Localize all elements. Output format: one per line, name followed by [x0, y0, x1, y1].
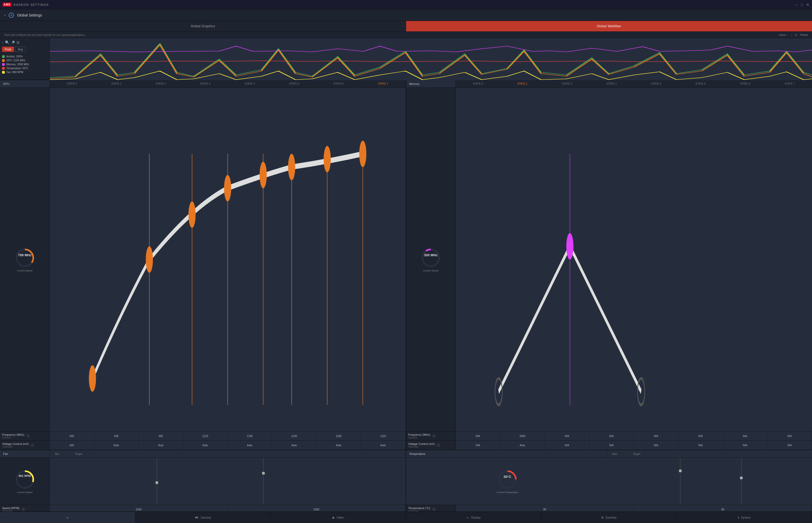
chart-settings-icon[interactable]: ⊞ [17, 40, 20, 44]
gpu-gauge-label: Current Speed [17, 269, 33, 272]
gpu-gauge-svg [14, 247, 35, 268]
desc-actions: more... | ⊡ Reset [779, 33, 808, 36]
close-button[interactable]: ✕ [806, 3, 809, 7]
more-link[interactable]: more... [779, 33, 788, 36]
gpu-volt-0[interactable]: N/A [50, 441, 94, 450]
gpu-chart-svg [50, 88, 405, 431]
system-label: System [741, 516, 751, 519]
back-button[interactable]: ‹ [4, 13, 5, 18]
mem-state-0: STATE 0 [456, 80, 501, 88]
temp-data-settings[interactable]: ⚙ [432, 508, 435, 511]
gpu-volt-settings[interactable]: ⚙ [31, 444, 34, 447]
temp-header-label: Temperature [406, 450, 607, 457]
mem-freq-2[interactable]: N/A [545, 432, 589, 440]
gpu-freq-4[interactable]: 1195 [228, 432, 272, 440]
gpu-freq-3[interactable]: 1125 [183, 432, 228, 440]
temp-target-label: Target [633, 452, 640, 455]
fan-target-label: Target [75, 452, 82, 455]
memory-label: Memory [406, 80, 456, 88]
memory-gauge-svg [420, 247, 441, 268]
gaming-icon: 🎮 [195, 516, 199, 519]
mem-volt-3[interactable]: N/A [589, 441, 634, 450]
gpu-states-header: STATE 0 STATE 1 STATE 2 STATE 3 STATE 4 … [50, 80, 405, 88]
fan-header-label: Fan [0, 450, 50, 457]
maximize-button[interactable]: □ [801, 3, 803, 7]
mem-volt-1[interactable]: Auto [501, 441, 545, 450]
gpu-gauge: 789 MHz Current Speed [14, 247, 35, 272]
memory-chart-svg [456, 88, 812, 431]
gpu-volt-5[interactable]: Auto [272, 441, 317, 450]
gpu-volt-4[interactable]: Auto [228, 441, 272, 450]
amd-logo: AMD [3, 3, 12, 6]
mem-state-1: STATE 1 [501, 80, 545, 88]
temp-target-thumb[interactable] [740, 476, 743, 479]
nav-gaming[interactable]: 🎮 Gaming [135, 512, 271, 523]
temp-gauge-svg [497, 469, 518, 490]
nav-home[interactable]: ⌂ [0, 512, 135, 523]
mem-freq-1[interactable]: 2050 [501, 432, 545, 440]
mem-volt-7[interactable]: N/A [768, 441, 812, 450]
gpu-freq-0[interactable]: N/A [50, 432, 94, 440]
mem-volt-6[interactable]: N/A [723, 441, 768, 450]
reset-button[interactable]: Reset [800, 33, 808, 36]
mem-freq-5[interactable]: N/A [678, 432, 723, 440]
gpu-chart [50, 88, 405, 431]
fan-target-slider-track [263, 458, 264, 505]
legend-gpu: GPU: 1325 MHz [2, 59, 48, 62]
fan-gauge: 801 RPM Current Speed [14, 469, 35, 494]
nav-eyefinity[interactable]: ⊞ Eyefinity [541, 512, 677, 523]
mem-freq-4[interactable]: N/A [634, 432, 678, 440]
gpu-volt-7[interactable]: Auto [361, 441, 405, 450]
temp-gauge-value: 50°C [497, 475, 518, 479]
memory-states-header: STATE 0 STATE 1 STATE 2 STATE 3 STATE 4 … [456, 80, 812, 88]
svg-point-5 [89, 365, 96, 392]
gpu-state-2: STATE 2 [139, 80, 183, 88]
tab-global-wattman[interactable]: Global WattMan [406, 21, 812, 32]
memory-volt-settings[interactable]: ⚙ [437, 444, 440, 447]
memory-freq-label-text: Frequency (MHz) Dynamic [408, 433, 431, 439]
content-area: ‹ 🔍 🔎 ⊞ Peak Avg Activity: 100% GPU: 132… [0, 38, 812, 523]
gpu-volt-2[interactable]: Auto [139, 441, 183, 450]
back-chart-icon[interactable]: ‹ [2, 40, 3, 44]
peak-button[interactable]: Peak [2, 47, 14, 52]
gpu-freq-7[interactable]: 1325 [361, 432, 405, 440]
title-bar-brand: AMD RADEON SETTINGS [3, 3, 795, 6]
mem-freq-3[interactable]: N/A [589, 432, 634, 440]
gpu-state-7: STATE 7 [361, 80, 405, 88]
zoom-in-icon[interactable]: 🔍 [5, 40, 10, 44]
avg-button[interactable]: Avg [15, 47, 26, 52]
gpu-freq-2[interactable]: 950 [139, 432, 183, 440]
mem-volt-0[interactable]: N/A [456, 441, 501, 450]
gpu-freq-1[interactable]: 635 [94, 432, 139, 440]
tab-global-graphics[interactable]: Global Graphics [0, 21, 406, 32]
mem-volt-4[interactable]: N/A [634, 441, 678, 450]
temp-gauge-label: Current Temperature [497, 491, 518, 494]
mem-freq-0[interactable]: N/A [456, 432, 501, 440]
memory-freq-settings[interactable]: ⚙ [432, 434, 435, 437]
mem-freq-6[interactable]: N/A [723, 432, 768, 440]
temp-max-thumb[interactable] [679, 470, 682, 472]
gpu-volt-3[interactable]: Auto [183, 441, 228, 450]
minimize-button[interactable]: ─ [795, 3, 798, 7]
mem-freq-7[interactable]: N/A [768, 432, 812, 440]
nav-video[interactable]: ▶ Video [271, 512, 406, 523]
gpu-freq-settings[interactable]: ⚙ [26, 434, 30, 437]
fan-speed-settings[interactable]: ⚙ [22, 508, 25, 511]
gpu-freq-5[interactable]: 1245 [272, 432, 317, 440]
display-label: Display [471, 516, 480, 519]
zoom-out-icon[interactable]: 🔎 [11, 41, 15, 44]
svg-point-20 [422, 250, 439, 266]
fan-min-thumb[interactable] [155, 481, 158, 484]
gpu-freq-6[interactable]: 1290 [317, 432, 361, 440]
gpu-state-3: STATE 3 [183, 80, 228, 88]
mem-volt-5[interactable]: N/A [678, 441, 723, 450]
fan-target-thumb[interactable] [262, 472, 265, 474]
nav-display[interactable]: ▭ Display [406, 512, 541, 523]
gpu-volt-6[interactable]: Auto [317, 441, 361, 450]
mem-volt-2[interactable]: N/A [545, 441, 589, 450]
video-icon: ▶ [333, 516, 335, 519]
nav-system[interactable]: ℹ System [677, 512, 812, 523]
gpu-freq-label-text: Frequency (MHz) Dynamic [2, 433, 24, 439]
fan-header-cols: Min Target [50, 450, 405, 457]
gpu-volt-1[interactable]: Auto [94, 441, 139, 450]
